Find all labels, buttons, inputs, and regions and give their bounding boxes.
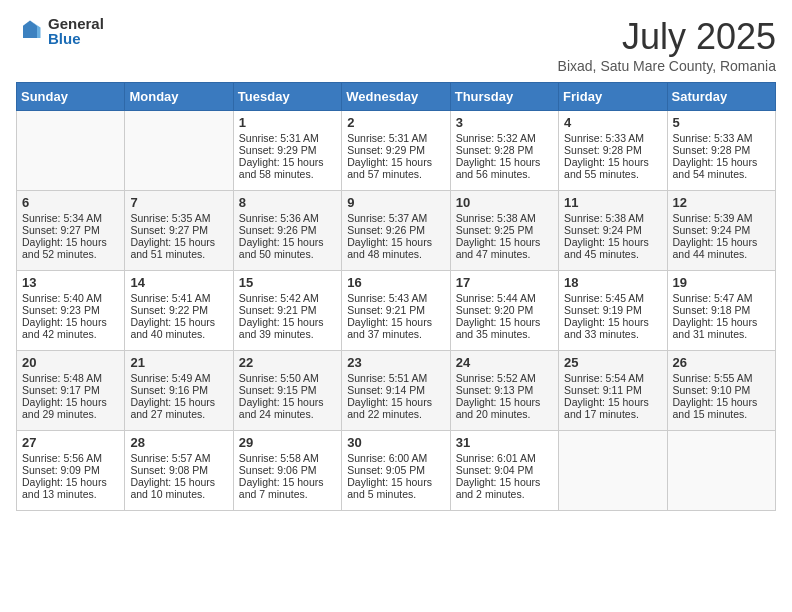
day-of-week-header: Sunday — [17, 83, 125, 111]
day-info: Sunrise: 5:49 AM — [130, 372, 227, 384]
day-number: 3 — [456, 115, 553, 130]
calendar-week-row: 27Sunrise: 5:56 AMSunset: 9:09 PMDayligh… — [17, 431, 776, 511]
day-of-week-header: Friday — [559, 83, 667, 111]
day-info: Daylight: 15 hours and 13 minutes. — [22, 476, 119, 500]
calendar-cell: 6Sunrise: 5:34 AMSunset: 9:27 PMDaylight… — [17, 191, 125, 271]
day-number: 23 — [347, 355, 444, 370]
day-info: Daylight: 15 hours and 2 minutes. — [456, 476, 553, 500]
day-number: 9 — [347, 195, 444, 210]
day-number: 21 — [130, 355, 227, 370]
calendar-cell: 25Sunrise: 5:54 AMSunset: 9:11 PMDayligh… — [559, 351, 667, 431]
calendar-cell: 24Sunrise: 5:52 AMSunset: 9:13 PMDayligh… — [450, 351, 558, 431]
day-info: Sunset: 9:28 PM — [456, 144, 553, 156]
day-info: Sunset: 9:24 PM — [564, 224, 661, 236]
calendar-cell: 30Sunrise: 6:00 AMSunset: 9:05 PMDayligh… — [342, 431, 450, 511]
day-info: Daylight: 15 hours and 5 minutes. — [347, 476, 444, 500]
day-info: Sunrise: 5:56 AM — [22, 452, 119, 464]
title-block: July 2025 Bixad, Satu Mare County, Roman… — [558, 16, 776, 74]
day-info: Daylight: 15 hours and 45 minutes. — [564, 236, 661, 260]
day-info: Sunset: 9:20 PM — [456, 304, 553, 316]
day-number: 19 — [673, 275, 770, 290]
calendar-cell: 10Sunrise: 5:38 AMSunset: 9:25 PMDayligh… — [450, 191, 558, 271]
day-info: Sunset: 9:15 PM — [239, 384, 336, 396]
day-info: Sunrise: 5:54 AM — [564, 372, 661, 384]
day-info: Daylight: 15 hours and 33 minutes. — [564, 316, 661, 340]
day-info: Sunset: 9:16 PM — [130, 384, 227, 396]
day-info: Sunrise: 5:41 AM — [130, 292, 227, 304]
day-info: Sunrise: 5:58 AM — [239, 452, 336, 464]
day-info: Sunrise: 5:37 AM — [347, 212, 444, 224]
day-number: 11 — [564, 195, 661, 210]
day-info: Sunset: 9:29 PM — [347, 144, 444, 156]
calendar-cell — [667, 431, 775, 511]
day-number: 10 — [456, 195, 553, 210]
calendar-cell — [17, 111, 125, 191]
day-info: Sunrise: 5:31 AM — [239, 132, 336, 144]
calendar-week-row: 6Sunrise: 5:34 AMSunset: 9:27 PMDaylight… — [17, 191, 776, 271]
day-info: Sunrise: 5:43 AM — [347, 292, 444, 304]
day-of-week-header: Monday — [125, 83, 233, 111]
day-info: Sunset: 9:28 PM — [564, 144, 661, 156]
day-of-week-header: Thursday — [450, 83, 558, 111]
day-info: Sunrise: 5:36 AM — [239, 212, 336, 224]
day-info: Daylight: 15 hours and 50 minutes. — [239, 236, 336, 260]
calendar-cell: 20Sunrise: 5:48 AMSunset: 9:17 PMDayligh… — [17, 351, 125, 431]
day-info: Sunset: 9:27 PM — [22, 224, 119, 236]
day-of-week-header: Tuesday — [233, 83, 341, 111]
calendar-cell: 8Sunrise: 5:36 AMSunset: 9:26 PMDaylight… — [233, 191, 341, 271]
day-info: Daylight: 15 hours and 48 minutes. — [347, 236, 444, 260]
calendar-cell: 9Sunrise: 5:37 AMSunset: 9:26 PMDaylight… — [342, 191, 450, 271]
day-info: Daylight: 15 hours and 44 minutes. — [673, 236, 770, 260]
day-info: Sunrise: 5:34 AM — [22, 212, 119, 224]
day-info: Daylight: 15 hours and 54 minutes. — [673, 156, 770, 180]
day-number: 2 — [347, 115, 444, 130]
day-info: Daylight: 15 hours and 31 minutes. — [673, 316, 770, 340]
day-info: Daylight: 15 hours and 17 minutes. — [564, 396, 661, 420]
day-info: Sunset: 9:14 PM — [347, 384, 444, 396]
day-info: Sunset: 9:28 PM — [673, 144, 770, 156]
day-info: Sunset: 9:29 PM — [239, 144, 336, 156]
day-number: 29 — [239, 435, 336, 450]
day-info: Sunrise: 6:00 AM — [347, 452, 444, 464]
calendar-cell — [559, 431, 667, 511]
day-info: Daylight: 15 hours and 10 minutes. — [130, 476, 227, 500]
day-number: 31 — [456, 435, 553, 450]
calendar-cell: 2Sunrise: 5:31 AMSunset: 9:29 PMDaylight… — [342, 111, 450, 191]
logo-icon — [16, 17, 44, 45]
day-info: Sunrise: 5:50 AM — [239, 372, 336, 384]
calendar-cell: 13Sunrise: 5:40 AMSunset: 9:23 PMDayligh… — [17, 271, 125, 351]
calendar-cell: 22Sunrise: 5:50 AMSunset: 9:15 PMDayligh… — [233, 351, 341, 431]
day-info: Sunrise: 5:31 AM — [347, 132, 444, 144]
day-info: Sunset: 9:11 PM — [564, 384, 661, 396]
day-number: 16 — [347, 275, 444, 290]
calendar-week-row: 13Sunrise: 5:40 AMSunset: 9:23 PMDayligh… — [17, 271, 776, 351]
day-number: 26 — [673, 355, 770, 370]
calendar-cell: 28Sunrise: 5:57 AMSunset: 9:08 PMDayligh… — [125, 431, 233, 511]
day-info: Sunset: 9:05 PM — [347, 464, 444, 476]
calendar-cell: 21Sunrise: 5:49 AMSunset: 9:16 PMDayligh… — [125, 351, 233, 431]
day-info: Daylight: 15 hours and 24 minutes. — [239, 396, 336, 420]
day-info: Sunrise: 5:33 AM — [673, 132, 770, 144]
day-info: Sunrise: 5:55 AM — [673, 372, 770, 384]
day-info: Sunset: 9:06 PM — [239, 464, 336, 476]
day-info: Sunset: 9:26 PM — [239, 224, 336, 236]
day-info: Sunrise: 5:44 AM — [456, 292, 553, 304]
calendar-cell: 26Sunrise: 5:55 AMSunset: 9:10 PMDayligh… — [667, 351, 775, 431]
day-info: Daylight: 15 hours and 27 minutes. — [130, 396, 227, 420]
day-number: 7 — [130, 195, 227, 210]
day-info: Sunrise: 6:01 AM — [456, 452, 553, 464]
calendar-table: SundayMondayTuesdayWednesdayThursdayFrid… — [16, 82, 776, 511]
day-info: Daylight: 15 hours and 58 minutes. — [239, 156, 336, 180]
day-info: Sunrise: 5:48 AM — [22, 372, 119, 384]
logo-text: General Blue — [48, 16, 104, 46]
day-info: Sunrise: 5:38 AM — [456, 212, 553, 224]
day-number: 30 — [347, 435, 444, 450]
day-number: 18 — [564, 275, 661, 290]
calendar-cell: 27Sunrise: 5:56 AMSunset: 9:09 PMDayligh… — [17, 431, 125, 511]
calendar-cell: 29Sunrise: 5:58 AMSunset: 9:06 PMDayligh… — [233, 431, 341, 511]
day-info: Sunset: 9:27 PM — [130, 224, 227, 236]
day-info: Daylight: 15 hours and 47 minutes. — [456, 236, 553, 260]
calendar-week-row: 20Sunrise: 5:48 AMSunset: 9:17 PMDayligh… — [17, 351, 776, 431]
day-info: Sunset: 9:13 PM — [456, 384, 553, 396]
calendar-cell: 12Sunrise: 5:39 AMSunset: 9:24 PMDayligh… — [667, 191, 775, 271]
